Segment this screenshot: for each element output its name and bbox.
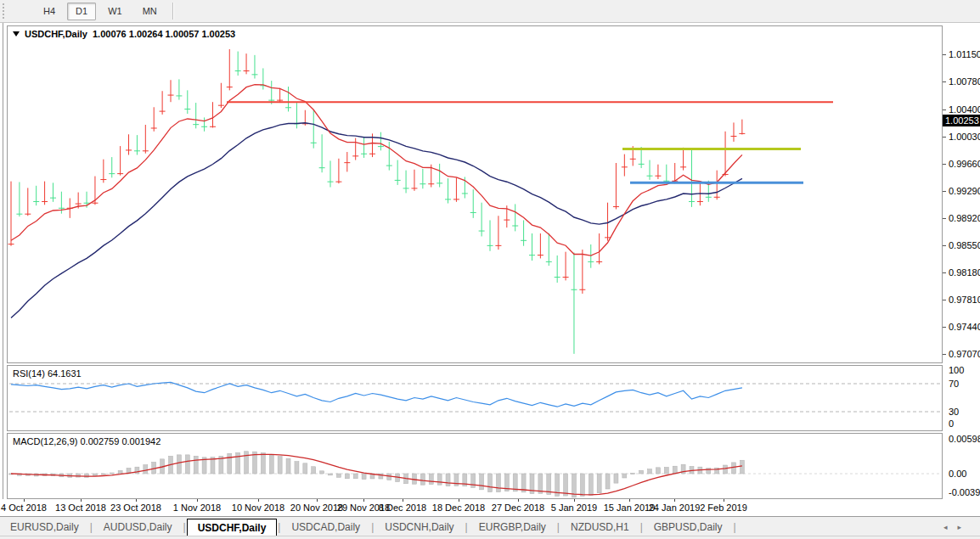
rsi-axis-label: 0 bbox=[949, 419, 954, 429]
macd-signal-line bbox=[11, 454, 742, 495]
chart-symbol-label: USDCHF,Daily bbox=[25, 29, 87, 39]
price-axis-label: 0.98550 bbox=[949, 241, 980, 250]
date-axis-label: 10 Nov 2018 bbox=[232, 503, 284, 513]
tab-separator: | bbox=[732, 521, 736, 536]
chart-dropdown-icon[interactable] bbox=[13, 31, 20, 36]
period-toolbar: H4D1W1MN bbox=[0, 0, 980, 23]
chart-tab-gbpusd[interactable]: GBPUSD,Daily bbox=[644, 519, 733, 536]
rsi-canvas[interactable] bbox=[8, 366, 942, 430]
chart-tab-eurusd[interactable]: EURUSD,Daily bbox=[0, 519, 89, 536]
price-chart-panel[interactable]: USDCHF,Daily 1.00076 1.00264 1.00057 1.0… bbox=[7, 25, 943, 363]
price-axis-label: 0.99290 bbox=[949, 187, 980, 196]
macd-label: MACD(12,26,9) 0.002759 0.001942 bbox=[13, 436, 161, 446]
rsi-label: RSI(14) 64.1631 bbox=[13, 368, 82, 379]
ma-fast-line bbox=[11, 85, 742, 256]
rsi-panel[interactable]: RSI(14) 64.1631 bbox=[7, 365, 943, 431]
date-axis-label: 24 Jan 2019 bbox=[649, 503, 701, 513]
date-axis-label: 1 Nov 2018 bbox=[173, 503, 221, 513]
tab-scroll-arrows[interactable]: ◂▸ bbox=[943, 523, 972, 531]
date-axis-label: 8 Dec 2018 bbox=[379, 503, 426, 513]
rsi-line bbox=[11, 382, 742, 407]
chart-tab-usdcnh[interactable]: USDCNH,Daily bbox=[375, 519, 464, 536]
tab-scroll-left-icon[interactable]: ◂ bbox=[943, 523, 958, 531]
period-tab-mn[interactable]: MN bbox=[134, 3, 166, 20]
chart-tab-usdcad[interactable]: USDCAD,Daily bbox=[281, 519, 370, 536]
chart-title: USDCHF,Daily 1.00076 1.00264 1.00057 1.0… bbox=[13, 29, 235, 39]
chart-ohlc-values: 1.00076 1.00264 1.00057 1.00253 bbox=[93, 29, 235, 39]
period-tab-h4[interactable]: H4 bbox=[35, 3, 64, 20]
price-axis-label: 0.97440 bbox=[949, 323, 980, 332]
chart-tab-audusd[interactable]: AUDUSD,Daily bbox=[93, 519, 183, 536]
date-axis-label: 4 Oct 2018 bbox=[1, 503, 47, 513]
date-axis-label: 5 Jan 2019 bbox=[551, 503, 597, 513]
price-axis-label: 0.98920 bbox=[949, 214, 980, 223]
price-axis-label: 1.01150 bbox=[949, 50, 980, 59]
date-axis-label: 20 Nov 2018 bbox=[290, 503, 343, 513]
rsi-axis-label: 100 bbox=[949, 366, 964, 375]
window-left-frame bbox=[3, 23, 4, 536]
date-axis-label: 18 Dec 2018 bbox=[432, 503, 485, 513]
macd-axis-label: -0.003954 bbox=[949, 488, 980, 497]
price-axis-label: 0.97810 bbox=[949, 295, 980, 305]
chart-tab-nzdusd[interactable]: NZDUSD,H1 bbox=[560, 519, 639, 536]
toolbar-grip-icon[interactable] bbox=[3, 3, 9, 19]
price-axis-label: 0.97070 bbox=[949, 350, 980, 359]
date-axis-label: 23 Oct 2018 bbox=[110, 503, 161, 513]
toolbar-separator bbox=[172, 3, 174, 20]
macd-axis-label: 0.005985 bbox=[949, 435, 980, 444]
macd-panel[interactable]: MACD(12,26,9) 0.002759 0.001942 bbox=[7, 433, 943, 499]
date-axis-label: 27 Dec 2018 bbox=[492, 503, 544, 513]
price-chart-canvas[interactable] bbox=[8, 26, 942, 362]
current-price-badge: 1.00253 bbox=[943, 115, 980, 126]
rsi-axis-label: 30 bbox=[949, 407, 959, 417]
chart-tab-eurgbp[interactable]: EURGBP,Daily bbox=[469, 519, 556, 536]
rsi-axis-label: 70 bbox=[949, 379, 959, 389]
status-strip bbox=[0, 536, 980, 539]
macd-axis-label: 0.00 bbox=[949, 469, 966, 479]
price-axis-label: 0.98180 bbox=[949, 268, 980, 278]
price-axis-label: 1.00030 bbox=[949, 132, 980, 142]
price-axis-label: 1.00400 bbox=[949, 105, 980, 115]
tab-scroll-right-icon[interactable]: ▸ bbox=[957, 523, 972, 531]
price-axis-label: 1.00780 bbox=[949, 77, 980, 87]
date-axis-label: 2 Feb 2019 bbox=[700, 503, 747, 513]
price-axis-label: 0.99660 bbox=[949, 160, 980, 169]
date-axis-label: 15 Jan 2019 bbox=[604, 503, 656, 513]
date-axis[interactable]: 4 Oct 201813 Oct 201823 Oct 20181 Nov 20… bbox=[0, 499, 943, 516]
period-tab-d1[interactable]: D1 bbox=[67, 3, 96, 20]
chart-tab-bar: EURUSD,Daily|AUDUSD,Daily|USDCHF,Daily|U… bbox=[0, 516, 980, 536]
chart-tab-usdchf[interactable]: USDCHF,Daily bbox=[187, 519, 278, 536]
date-axis-label: 13 Oct 2018 bbox=[55, 503, 106, 513]
period-tab-w1[interactable]: W1 bbox=[99, 3, 131, 20]
price-axis[interactable]: 1.00253 1.011501.007801.004001.000300.99… bbox=[943, 23, 980, 516]
